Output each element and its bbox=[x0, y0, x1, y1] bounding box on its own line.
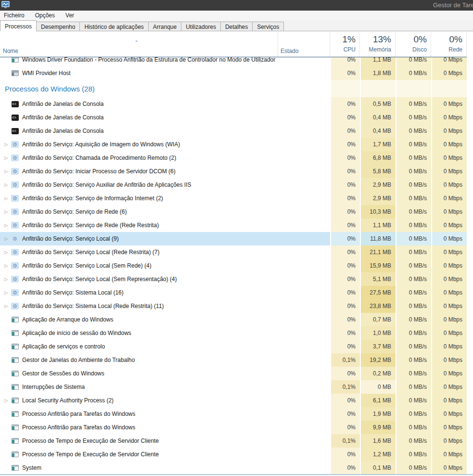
expander-icon[interactable]: ▷ bbox=[2, 304, 11, 309]
process-row[interactable]: Aplicação de serviços e controlo0%3,7 MB… bbox=[0, 340, 473, 353]
process-row[interactable]: Aplicação de início de sessão do Windows… bbox=[0, 326, 473, 340]
tab-desempenho[interactable]: Desempenho bbox=[37, 22, 80, 31]
process-row[interactable]: ▷Anfitrião do Serviço: Serviço de Inform… bbox=[0, 192, 473, 205]
row-right-gutter bbox=[467, 80, 473, 97]
cpu-cell: 0% bbox=[330, 165, 360, 178]
process-row[interactable]: ▷Anfitrião do Serviço: Serviço Local (9)… bbox=[0, 232, 473, 245]
expander-icon[interactable]: ▷ bbox=[2, 169, 11, 174]
sort-ascending-icon: ▲ bbox=[135, 39, 138, 42]
menu-ficheiro[interactable]: Ficheiro bbox=[0, 11, 30, 20]
column-cpu[interactable]: 1% CPU bbox=[330, 31, 356, 57]
expander-icon[interactable]: ▷ bbox=[2, 156, 11, 160]
expander-icon[interactable]: ▷ bbox=[2, 183, 11, 187]
column-status[interactable]: Estado bbox=[281, 48, 298, 54]
process-row[interactable]: Processo de Tempo de Execução de Servido… bbox=[0, 434, 473, 448]
process-row[interactable]: ▷Anfitrião do Serviço: Serviço Local (Se… bbox=[0, 259, 473, 272]
tab-processos[interactable]: Processos bbox=[0, 20, 37, 31]
process-row[interactable]: ▷Anfitrião do Serviço: Serviço de Rede (… bbox=[0, 219, 473, 232]
status-cell bbox=[278, 165, 330, 178]
expander-icon[interactable]: ▷ bbox=[2, 399, 11, 403]
exe-icon-glyph bbox=[12, 317, 19, 322]
process-row[interactable]: Aplicação de Arranque do Windows0%0,7 MB… bbox=[0, 313, 473, 326]
row-right-gutter bbox=[467, 286, 473, 299]
column-disk[interactable]: 0% Disco bbox=[396, 31, 427, 57]
tab-servicos[interactable]: Serviços bbox=[253, 22, 284, 31]
process-row[interactable]: ▷Anfitrião do Serviço: Serviço Local (Re… bbox=[0, 245, 473, 259]
process-name: Anfitrião do Serviço: Serviço Local (9) bbox=[22, 235, 119, 242]
console-icon bbox=[11, 101, 19, 107]
status-cell bbox=[278, 178, 330, 192]
wmi-icon bbox=[11, 70, 19, 76]
expander-icon[interactable]: ▷ bbox=[2, 196, 11, 201]
process-row[interactable]: ▷Anfitrião do Serviço: Serviço de Rede (… bbox=[0, 205, 473, 219]
tab-utilizadores[interactable]: Utilizadores bbox=[181, 22, 221, 31]
network-cell: 0 Mbps bbox=[431, 299, 467, 313]
cpu-cell: 0% bbox=[330, 259, 360, 272]
process-row[interactable]: Interrupções de Sistema0,1%0 MB0 MB/s0 M… bbox=[0, 380, 473, 394]
name-cell: Interrupções de Sistema bbox=[0, 380, 278, 394]
process-row[interactable]: Anfitrião de Janelas de Consola0%0,4 MB0… bbox=[0, 111, 473, 124]
cpu-cell: 0% bbox=[330, 299, 360, 313]
row-right-gutter bbox=[467, 178, 473, 192]
tab-detalhes[interactable]: Detalhes bbox=[221, 22, 253, 31]
disk-cell: 0 MB/s bbox=[396, 124, 431, 138]
process-row[interactable]: ▷Anfitrião do Serviço: Iniciar Processo … bbox=[0, 165, 473, 178]
process-row[interactable]: WMI Provider Host0%1,8 MB0 MB/s0 Mbps bbox=[0, 66, 473, 80]
status-cell bbox=[278, 434, 330, 448]
row-right-gutter bbox=[467, 219, 473, 232]
memory-cell: 0,4 MB bbox=[360, 111, 396, 124]
row-right-gutter bbox=[467, 66, 473, 80]
process-name: Anfitrião de Janelas de Consola bbox=[22, 128, 103, 134]
network-cell: 0 Mbps bbox=[431, 192, 467, 205]
process-name: Gestor de Janelas do Ambiente do Trabalh… bbox=[22, 357, 135, 363]
group-header-row[interactable]: Processos do Windows (28) bbox=[0, 80, 473, 97]
expander-icon[interactable]: ▷ bbox=[2, 142, 11, 147]
column-memory[interactable]: 13% Memória bbox=[360, 31, 391, 57]
expander-icon[interactable]: ▷ bbox=[2, 237, 11, 241]
process-row[interactable]: ▷Anfitrião do Serviço: Sistema Local (Re… bbox=[0, 299, 473, 313]
status-cell bbox=[278, 124, 330, 138]
expander-icon[interactable]: ▷ bbox=[2, 210, 11, 214]
process-row[interactable]: ▷Anfitrião do Serviço: Chamada de Proced… bbox=[0, 151, 473, 165]
process-row[interactable]: ▷Anfitrião do Serviço: Aquisição de Imag… bbox=[0, 138, 473, 151]
process-row[interactable]: Gestor de Sessões do Windows0%0,2 MB0 MB… bbox=[0, 367, 473, 380]
disk-cell: 0 MB/s bbox=[396, 272, 431, 286]
process-row[interactable]: Gestor de Janelas do Ambiente do Trabalh… bbox=[0, 353, 473, 367]
gear-icon-glyph bbox=[11, 154, 19, 161]
row-right-gutter bbox=[467, 245, 473, 259]
expander-icon[interactable]: ▷ bbox=[2, 264, 11, 268]
process-row[interactable]: Anfitrião de Janelas de Consola0%0,4 MB0… bbox=[0, 124, 473, 138]
name-cell: ▷Anfitrião do Serviço: Serviço Local (Se… bbox=[0, 259, 278, 272]
memory-cell: 9,9 MB bbox=[360, 421, 396, 434]
title-bar[interactable]: Gestor de Tarefas bbox=[0, 0, 473, 11]
menu-ver[interactable]: Ver bbox=[60, 11, 79, 20]
column-network[interactable]: 0% Rede bbox=[431, 31, 462, 57]
memory-cell bbox=[360, 80, 396, 97]
process-row[interactable]: Processo Anfitrião para Tarefas do Windo… bbox=[0, 421, 473, 434]
name-cell: ▷Anfitrião do Serviço: Serviço de Inform… bbox=[0, 192, 278, 205]
expander-icon[interactable]: ▷ bbox=[2, 223, 11, 228]
process-row[interactable]: ▷Anfitrião do Serviço: Sistema Local (16… bbox=[0, 286, 473, 299]
cpu-cell: 0% bbox=[330, 394, 360, 407]
column-name[interactable]: Nome bbox=[3, 48, 18, 54]
process-name: Gestor de Sessões do Windows bbox=[22, 370, 104, 377]
process-row[interactable]: Processo de Tempo de Execução de Servido… bbox=[0, 448, 473, 461]
process-row[interactable]: ▷Anfitrião do Serviço: Serviço Auxiliar … bbox=[0, 178, 473, 192]
expander-icon[interactable]: ▷ bbox=[2, 277, 11, 282]
row-right-gutter bbox=[467, 205, 473, 219]
expander-icon[interactable]: ▷ bbox=[2, 250, 11, 255]
gear-icon-glyph bbox=[11, 235, 19, 242]
tab-historico-de-aplicacoes[interactable]: Histórico de aplicações bbox=[80, 22, 148, 31]
tab-arranque[interactable]: Arranque bbox=[149, 22, 181, 31]
process-row[interactable]: System0%0,1 MB0 MB/s0 Mbps bbox=[0, 461, 473, 475]
process-row[interactable]: Processo Anfitrião para Tarefas do Windo… bbox=[0, 407, 473, 421]
gear-icon-glyph bbox=[11, 276, 19, 283]
expander-icon[interactable]: ▷ bbox=[2, 291, 11, 295]
process-row[interactable]: ▷Local Security Authority Process (2)0%6… bbox=[0, 394, 473, 407]
process-name: Anfitrião do Serviço: Serviço de Informa… bbox=[22, 195, 163, 202]
menu-opcoes[interactable]: Opções bbox=[30, 11, 60, 20]
process-row[interactable]: Anfitrião de Janelas de Consola0%0,5 MB0… bbox=[0, 97, 473, 111]
status-cell bbox=[278, 448, 330, 461]
process-row[interactable]: ▷Anfitrião do Serviço: Serviço Local (Se… bbox=[0, 272, 473, 286]
process-name: Anfitrião do Serviço: Chamada de Procedi… bbox=[22, 154, 176, 161]
